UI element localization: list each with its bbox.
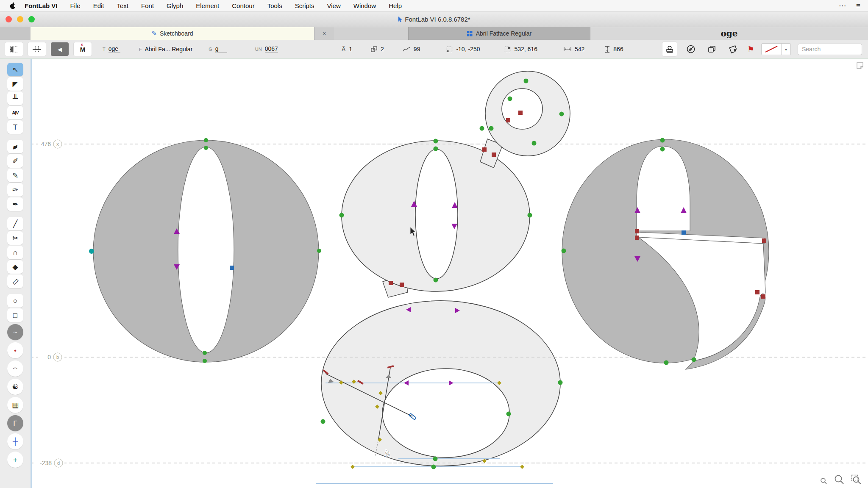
glyph-window-toggle[interactable]: ◀ [51,42,69,56]
tabbar-spacer [334,27,408,40]
glyph-canvas[interactable]: 476 x 0 b -238 d -35 [0,59,868,488]
glyph-g[interactable] [321,71,570,466]
apple-menu-icon[interactable] [9,2,16,10]
contour-tool[interactable]: ↖ [7,63,23,76]
tab-bar: ✎ Sketchboard × Abril Fatface Regular og… [0,27,868,40]
unicode-field[interactable]: UN 0067 [255,45,278,53]
ellipse-tool[interactable]: ○ [7,294,23,308]
no-edit-icon [686,44,696,54]
lock-editing-button[interactable] [684,42,698,56]
glyph-window-icon: ◀ [58,46,62,53]
show-handles-toggle[interactable]: ⌣ [7,360,23,377]
grid-toggle[interactable]: ▦ [7,397,23,413]
layers-button[interactable] [705,42,719,56]
sticker-icon [728,44,739,55]
kern-tool[interactable]: A|V [7,106,23,119]
snap-toggle[interactable]: ┼ [7,433,23,449]
metrics-tool[interactable]: ╨ [7,92,23,105]
search-input[interactable] [798,44,862,55]
element-tool-icon: ◤ [12,80,18,88]
scissors-tool[interactable]: ✂ [7,231,23,245]
tab-sketchboard[interactable]: ✎ Sketchboard [31,27,314,40]
magnet-tool-icon: ∩ [13,249,18,256]
metrics-table-toggle[interactable] [28,42,46,56]
stamp-tool-button[interactable] [662,42,677,56]
toolbar-right: ⚑ ▾ [662,42,862,56]
stroke-picker[interactable]: ▾ [761,43,791,55]
brush-tool[interactable]: ✐ [7,154,23,168]
contour-tool-icon: ↖ [12,66,18,73]
zoom-out-button[interactable] [820,477,827,485]
text-field[interactable]: T oge [103,45,120,53]
zoom-controls [820,474,862,485]
sticker-button[interactable] [726,42,740,56]
kern-tool-icon: A|V [12,111,18,115]
svg-text:0: 0 [47,354,51,360]
menu-window[interactable]: Window [353,2,376,9]
menu-tools[interactable]: Tools [267,2,282,9]
tabbar-corner [0,27,31,40]
menu-element[interactable]: Element [196,2,219,9]
flag-icon[interactable]: ⚑ [747,44,754,54]
magnet-tool[interactable]: ∩ [7,246,23,259]
zoom-selection-button[interactable] [851,474,862,485]
glyph-height: 866 [605,46,623,53]
menu-edit[interactable]: Edit [93,2,104,9]
node-coordinates-toggle[interactable]: • [7,342,23,358]
element-tool[interactable]: ◤ [7,77,23,91]
stroke-dropdown-arrow[interactable]: ▾ [781,44,790,55]
text-input: oge [108,45,120,53]
menu-file[interactable]: File [70,2,81,9]
kerning-mode-toggle[interactable]: MK [74,42,92,56]
menu-contour[interactable]: Contour [232,2,254,9]
contours-count: 2 [371,46,384,53]
rapid-tool[interactable]: ✑ [7,183,23,197]
eraser-tool[interactable]: ▰ [7,140,23,153]
fill-tool[interactable]: ◆ [7,260,23,274]
pencil-tool[interactable]: ✎ [7,169,23,182]
menu-font[interactable]: Font [141,2,154,9]
pen-nib-marker[interactable] [409,413,416,420]
measure-tool[interactable]: ▭ [7,274,23,288]
text-tool[interactable]: T [7,120,23,134]
more-icon[interactable]: ⋯ [839,1,846,10]
title-bar: FontLab VI 6.0.8.6782* [0,12,868,27]
menu-fontlab-vi[interactable]: FontLab VI [25,2,58,9]
menu-glyph[interactable]: Glyph [167,2,183,9]
nodes-count: 99 [403,46,420,53]
position-icon [504,46,511,53]
menu-scripts[interactable]: Scripts [295,2,314,9]
guide-labels[interactable]: 476 x 0 b -238 d [36,140,64,467]
font-field[interactable]: F Abril Fa... Regular [139,46,193,53]
glyph-e[interactable] [562,139,769,369]
measure-tool-icon: ▭ [10,276,20,286]
preview-fill-toggle[interactable]: ☯ [7,379,23,395]
pen-tool[interactable]: ✒ [7,197,23,211]
glyph-o[interactable] [93,140,319,362]
free-transform-toggle[interactable]: ~ [7,324,23,340]
menubar-right-icons: ⋯ ≡ [839,1,860,10]
fill-tool-icon: ◆ [12,263,18,271]
stamp-icon [665,45,674,53]
advance-width: 542 [564,46,584,53]
menu-bar: FontLab VIFileEditTextFontGlyphElementCo… [0,0,868,12]
panel-preview-toggle[interactable] [5,42,23,56]
selection-origin: -10, -250 [446,46,480,53]
menu-text[interactable]: Text [117,2,129,9]
metrics-icon [32,45,42,53]
font-name: Abril Fa... Regular [145,46,192,53]
origin-icon [446,46,453,53]
add-guides-toggle[interactable]: + [7,452,23,468]
node-coordinates-toggle-icon: • [14,347,17,354]
note-icon[interactable] [856,62,864,69]
rectangle-tool[interactable]: □ [7,308,23,322]
menu-view[interactable]: View [327,2,341,9]
guides-toggle[interactable]: Γ [7,415,23,431]
list-icon[interactable]: ≡ [856,2,860,10]
tab-document[interactable]: Abril Fatface Regular [408,27,590,40]
close-tab-button[interactable]: × [314,27,334,40]
glyph-name-field[interactable]: G g [209,45,227,53]
menu-help[interactable]: Help [389,2,402,9]
knife-tool[interactable]: ╱ [7,217,23,230]
zoom-in-button[interactable] [834,474,844,485]
